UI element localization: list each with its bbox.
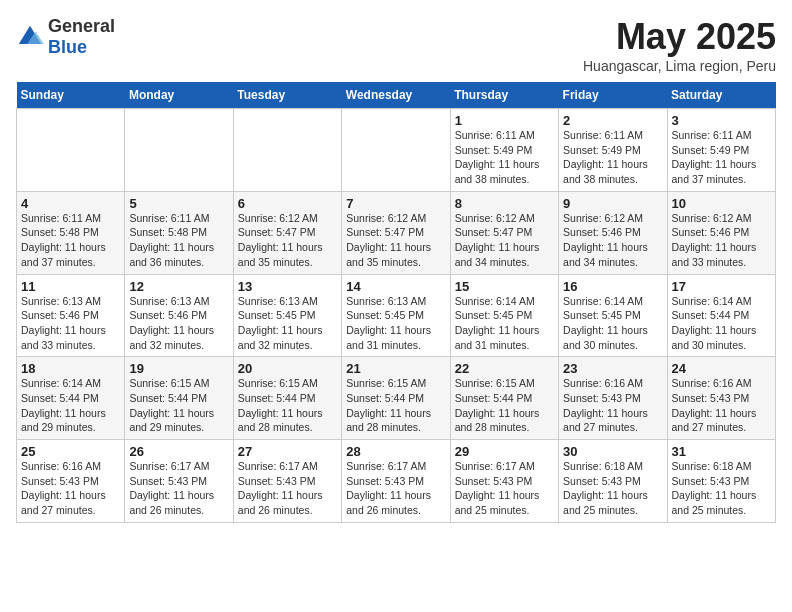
- day-cell: 26Sunrise: 6:17 AM Sunset: 5:43 PM Dayli…: [125, 440, 233, 523]
- day-cell: 27Sunrise: 6:17 AM Sunset: 5:43 PM Dayli…: [233, 440, 341, 523]
- day-info: Sunrise: 6:15 AM Sunset: 5:44 PM Dayligh…: [455, 376, 554, 435]
- day-info: Sunrise: 6:14 AM Sunset: 5:45 PM Dayligh…: [563, 294, 662, 353]
- day-cell: 15Sunrise: 6:14 AM Sunset: 5:45 PM Dayli…: [450, 274, 558, 357]
- col-header-saturday: Saturday: [667, 82, 775, 109]
- week-row-4: 18Sunrise: 6:14 AM Sunset: 5:44 PM Dayli…: [17, 357, 776, 440]
- day-number: 24: [672, 361, 771, 376]
- day-cell: 6Sunrise: 6:12 AM Sunset: 5:47 PM Daylig…: [233, 191, 341, 274]
- day-number: 18: [21, 361, 120, 376]
- day-number: 27: [238, 444, 337, 459]
- day-cell: 4Sunrise: 6:11 AM Sunset: 5:48 PM Daylig…: [17, 191, 125, 274]
- day-info: Sunrise: 6:13 AM Sunset: 5:45 PM Dayligh…: [238, 294, 337, 353]
- day-info: Sunrise: 6:11 AM Sunset: 5:49 PM Dayligh…: [455, 128, 554, 187]
- day-cell: 20Sunrise: 6:15 AM Sunset: 5:44 PM Dayli…: [233, 357, 341, 440]
- day-cell: 18Sunrise: 6:14 AM Sunset: 5:44 PM Dayli…: [17, 357, 125, 440]
- day-cell: 13Sunrise: 6:13 AM Sunset: 5:45 PM Dayli…: [233, 274, 341, 357]
- day-cell: 3Sunrise: 6:11 AM Sunset: 5:49 PM Daylig…: [667, 109, 775, 192]
- day-number: 22: [455, 361, 554, 376]
- day-number: 28: [346, 444, 445, 459]
- day-cell: [17, 109, 125, 192]
- week-row-1: 1Sunrise: 6:11 AM Sunset: 5:49 PM Daylig…: [17, 109, 776, 192]
- day-info: Sunrise: 6:17 AM Sunset: 5:43 PM Dayligh…: [346, 459, 445, 518]
- day-cell: 9Sunrise: 6:12 AM Sunset: 5:46 PM Daylig…: [559, 191, 667, 274]
- day-info: Sunrise: 6:14 AM Sunset: 5:45 PM Dayligh…: [455, 294, 554, 353]
- day-cell: 24Sunrise: 6:16 AM Sunset: 5:43 PM Dayli…: [667, 357, 775, 440]
- col-header-tuesday: Tuesday: [233, 82, 341, 109]
- day-number: 15: [455, 279, 554, 294]
- day-number: 17: [672, 279, 771, 294]
- day-cell: 17Sunrise: 6:14 AM Sunset: 5:44 PM Dayli…: [667, 274, 775, 357]
- day-cell: [125, 109, 233, 192]
- day-cell: 12Sunrise: 6:13 AM Sunset: 5:46 PM Dayli…: [125, 274, 233, 357]
- day-info: Sunrise: 6:17 AM Sunset: 5:43 PM Dayligh…: [455, 459, 554, 518]
- day-info: Sunrise: 6:13 AM Sunset: 5:46 PM Dayligh…: [21, 294, 120, 353]
- day-cell: 19Sunrise: 6:15 AM Sunset: 5:44 PM Dayli…: [125, 357, 233, 440]
- calendar-table: SundayMondayTuesdayWednesdayThursdayFrid…: [16, 82, 776, 523]
- week-row-5: 25Sunrise: 6:16 AM Sunset: 5:43 PM Dayli…: [17, 440, 776, 523]
- col-header-wednesday: Wednesday: [342, 82, 450, 109]
- day-info: Sunrise: 6:14 AM Sunset: 5:44 PM Dayligh…: [21, 376, 120, 435]
- day-number: 10: [672, 196, 771, 211]
- day-number: 2: [563, 113, 662, 128]
- day-cell: 23Sunrise: 6:16 AM Sunset: 5:43 PM Dayli…: [559, 357, 667, 440]
- day-cell: 31Sunrise: 6:18 AM Sunset: 5:43 PM Dayli…: [667, 440, 775, 523]
- day-number: 11: [21, 279, 120, 294]
- day-cell: 10Sunrise: 6:12 AM Sunset: 5:46 PM Dayli…: [667, 191, 775, 274]
- day-info: Sunrise: 6:11 AM Sunset: 5:48 PM Dayligh…: [21, 211, 120, 270]
- col-header-sunday: Sunday: [17, 82, 125, 109]
- calendar-header: SundayMondayTuesdayWednesdayThursdayFrid…: [17, 82, 776, 109]
- day-number: 21: [346, 361, 445, 376]
- title-area: May 2025 Huangascar, Lima region, Peru: [583, 16, 776, 74]
- day-number: 7: [346, 196, 445, 211]
- week-row-3: 11Sunrise: 6:13 AM Sunset: 5:46 PM Dayli…: [17, 274, 776, 357]
- day-info: Sunrise: 6:12 AM Sunset: 5:47 PM Dayligh…: [346, 211, 445, 270]
- day-info: Sunrise: 6:17 AM Sunset: 5:43 PM Dayligh…: [129, 459, 228, 518]
- day-info: Sunrise: 6:12 AM Sunset: 5:46 PM Dayligh…: [563, 211, 662, 270]
- day-cell: 30Sunrise: 6:18 AM Sunset: 5:43 PM Dayli…: [559, 440, 667, 523]
- day-cell: 8Sunrise: 6:12 AM Sunset: 5:47 PM Daylig…: [450, 191, 558, 274]
- day-number: 8: [455, 196, 554, 211]
- day-number: 4: [21, 196, 120, 211]
- day-cell: 14Sunrise: 6:13 AM Sunset: 5:45 PM Dayli…: [342, 274, 450, 357]
- day-cell: 1Sunrise: 6:11 AM Sunset: 5:49 PM Daylig…: [450, 109, 558, 192]
- day-cell: 16Sunrise: 6:14 AM Sunset: 5:45 PM Dayli…: [559, 274, 667, 357]
- day-number: 19: [129, 361, 228, 376]
- day-info: Sunrise: 6:11 AM Sunset: 5:49 PM Dayligh…: [563, 128, 662, 187]
- day-info: Sunrise: 6:17 AM Sunset: 5:43 PM Dayligh…: [238, 459, 337, 518]
- header: General Blue May 2025 Huangascar, Lima r…: [16, 16, 776, 74]
- day-cell: 29Sunrise: 6:17 AM Sunset: 5:43 PM Dayli…: [450, 440, 558, 523]
- day-info: Sunrise: 6:16 AM Sunset: 5:43 PM Dayligh…: [21, 459, 120, 518]
- day-number: 1: [455, 113, 554, 128]
- day-number: 20: [238, 361, 337, 376]
- day-number: 13: [238, 279, 337, 294]
- day-info: Sunrise: 6:11 AM Sunset: 5:48 PM Dayligh…: [129, 211, 228, 270]
- day-info: Sunrise: 6:18 AM Sunset: 5:43 PM Dayligh…: [672, 459, 771, 518]
- day-cell: [233, 109, 341, 192]
- day-cell: 22Sunrise: 6:15 AM Sunset: 5:44 PM Dayli…: [450, 357, 558, 440]
- day-number: 31: [672, 444, 771, 459]
- day-number: 3: [672, 113, 771, 128]
- day-info: Sunrise: 6:15 AM Sunset: 5:44 PM Dayligh…: [238, 376, 337, 435]
- day-cell: 5Sunrise: 6:11 AM Sunset: 5:48 PM Daylig…: [125, 191, 233, 274]
- day-number: 26: [129, 444, 228, 459]
- day-info: Sunrise: 6:18 AM Sunset: 5:43 PM Dayligh…: [563, 459, 662, 518]
- day-cell: 28Sunrise: 6:17 AM Sunset: 5:43 PM Dayli…: [342, 440, 450, 523]
- col-header-thursday: Thursday: [450, 82, 558, 109]
- logo: General Blue: [16, 16, 115, 58]
- day-number: 23: [563, 361, 662, 376]
- day-number: 9: [563, 196, 662, 211]
- col-header-friday: Friday: [559, 82, 667, 109]
- day-number: 14: [346, 279, 445, 294]
- day-cell: 2Sunrise: 6:11 AM Sunset: 5:49 PM Daylig…: [559, 109, 667, 192]
- day-cell: 11Sunrise: 6:13 AM Sunset: 5:46 PM Dayli…: [17, 274, 125, 357]
- day-info: Sunrise: 6:11 AM Sunset: 5:49 PM Dayligh…: [672, 128, 771, 187]
- logo-blue: Blue: [48, 37, 87, 57]
- day-number: 6: [238, 196, 337, 211]
- day-number: 5: [129, 196, 228, 211]
- day-info: Sunrise: 6:15 AM Sunset: 5:44 PM Dayligh…: [129, 376, 228, 435]
- day-info: Sunrise: 6:12 AM Sunset: 5:46 PM Dayligh…: [672, 211, 771, 270]
- day-info: Sunrise: 6:13 AM Sunset: 5:46 PM Dayligh…: [129, 294, 228, 353]
- day-cell: 7Sunrise: 6:12 AM Sunset: 5:47 PM Daylig…: [342, 191, 450, 274]
- day-info: Sunrise: 6:13 AM Sunset: 5:45 PM Dayligh…: [346, 294, 445, 353]
- logo-general: General: [48, 16, 115, 36]
